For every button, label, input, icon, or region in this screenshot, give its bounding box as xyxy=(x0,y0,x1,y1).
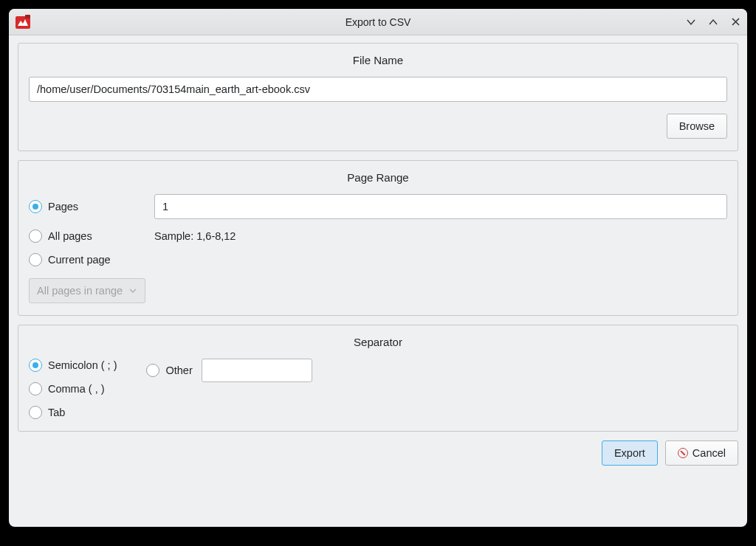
dialog-content: File Name Browse Page Range Pages All pa… xyxy=(9,35,747,527)
cancel-button[interactable]: Cancel xyxy=(665,440,738,466)
dialog-footer: Export Cancel xyxy=(18,440,738,466)
sample-text: Sample: 1,6-8,12 xyxy=(154,230,727,242)
close-icon[interactable] xyxy=(729,16,741,28)
radio-tab[interactable]: Tab xyxy=(29,406,117,419)
radio-icon xyxy=(29,382,42,395)
radio-pages[interactable]: Pages xyxy=(29,200,154,213)
radio-icon xyxy=(29,253,42,266)
filename-title: File Name xyxy=(29,54,727,66)
window-controls xyxy=(685,16,741,28)
radio-all-pages-label: All pages xyxy=(48,230,92,242)
radio-semicolon-label: Semicolon ( ; ) xyxy=(48,359,117,371)
pagerange-title: Page Range xyxy=(29,171,727,184)
radio-pages-label: Pages xyxy=(48,201,78,212)
maximize-icon[interactable] xyxy=(707,16,719,28)
other-separator-input[interactable] xyxy=(202,359,312,382)
cancel-icon xyxy=(678,448,688,458)
radio-current-page-label: Current page xyxy=(48,254,111,266)
radio-icon xyxy=(146,364,159,377)
pagerange-group: Page Range Pages All pages Sample: 1,6-8… xyxy=(18,160,738,316)
app-pdf-icon xyxy=(15,14,31,30)
separator-group: Separator Semicolon ( ; ) Comma ( , ) Ta… xyxy=(18,325,738,432)
filename-group: File Name Browse xyxy=(18,43,738,151)
pages-input[interactable] xyxy=(154,194,727,219)
radio-comma[interactable]: Comma ( , ) xyxy=(29,382,117,395)
radio-semicolon[interactable]: Semicolon ( ; ) xyxy=(29,359,117,372)
cancel-label: Cancel xyxy=(693,447,726,459)
chevron-down-icon xyxy=(128,286,137,295)
radio-comma-label: Comma ( , ) xyxy=(48,383,105,395)
filename-input[interactable] xyxy=(29,77,727,102)
separator-title: Separator xyxy=(29,336,727,348)
range-mode-label: All pages in range xyxy=(37,285,123,297)
export-button[interactable]: Export xyxy=(602,440,658,466)
radio-other-label: Other xyxy=(165,364,192,376)
minimize-icon[interactable] xyxy=(685,16,697,28)
range-mode-select: All pages in range xyxy=(29,278,145,303)
radio-icon xyxy=(29,200,42,213)
window-title: Export to CSV xyxy=(9,16,747,28)
radio-other[interactable]: Other xyxy=(146,364,192,377)
svg-rect-1 xyxy=(25,15,30,18)
radio-all-pages[interactable]: All pages xyxy=(29,229,154,243)
radio-icon xyxy=(29,359,42,372)
radio-icon xyxy=(29,406,42,419)
radio-current-page[interactable]: Current page xyxy=(29,253,154,266)
radio-icon xyxy=(29,229,42,243)
dialog-window: Export to CSV File Name Browse Page Rang… xyxy=(9,9,747,527)
radio-tab-label: Tab xyxy=(48,407,65,418)
titlebar: Export to CSV xyxy=(9,9,747,35)
browse-button[interactable]: Browse xyxy=(667,114,727,139)
